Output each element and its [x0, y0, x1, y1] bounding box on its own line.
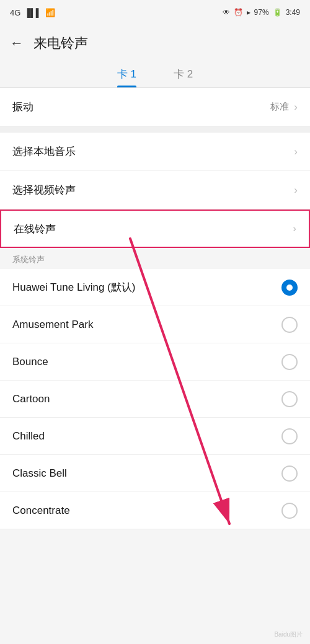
battery-level: 97% [254, 8, 269, 17]
main-content: 振动 标准 › 选择本地音乐 › 选择视频铃声 › 在线铃声 › 系统铃声 Hu… [0, 88, 310, 529]
tab-card1[interactable]: 卡 1 [117, 67, 136, 87]
page-title: 来电铃声 [33, 34, 88, 53]
vibration-row[interactable]: 振动 标准 › [0, 88, 310, 126]
ringtone-label: Huawei Tune Living (默认) [12, 280, 135, 294]
video-ringtone-row[interactable]: 选择视频铃声 › [0, 171, 310, 210]
back-button[interactable]: ← [10, 35, 24, 51]
divider-1 [0, 126, 310, 133]
radio-button[interactable] [281, 465, 298, 482]
chevron-icon: › [294, 146, 298, 158]
radio-button[interactable] [281, 354, 298, 370]
ringtone-label: Chilled [12, 430, 45, 443]
ringtone-row[interactable]: Huawei Tune Living (默认) [0, 269, 310, 306]
system-ringtone-section-header: 系统铃声 [0, 248, 310, 269]
radio-button[interactable] [281, 317, 298, 333]
watermark: Baidu图片 [274, 630, 303, 639]
vibration-label: 振动 [12, 100, 33, 114]
clock: 3:49 [286, 8, 300, 17]
vibration-value: 标准 › [270, 101, 298, 113]
chevron-icon: › [293, 223, 296, 235]
ringtone-row[interactable]: Chilled [0, 418, 310, 455]
ringtone-row[interactable]: Concentrate [0, 492, 310, 529]
ringtone-row[interactable]: Amusement Park [0, 306, 310, 343]
ringtone-label: Classic Bell [12, 467, 67, 480]
radio-button[interactable] [281, 391, 298, 407]
local-music-row[interactable]: 选择本地音乐 › [0, 133, 310, 171]
online-ringtone-row[interactable]: 在线铃声 › [0, 210, 310, 248]
radio-button-selected[interactable] [281, 280, 298, 296]
carrier-label: 4G [10, 8, 20, 17]
tab-bar: 卡 1 卡 2 [0, 62, 310, 88]
status-left: 4G ▐▌▌ 📶 [10, 8, 55, 17]
online-ringtone-label: 在线铃声 [14, 222, 56, 236]
ringtone-label: Cartoon [12, 393, 50, 405]
radio-button[interactable] [281, 428, 298, 444]
radio-button[interactable] [281, 503, 298, 519]
ringtone-label: Amusement Park [12, 319, 93, 331]
status-right: 👁 ⏰ ▸ 97% 🔋 3:49 [223, 8, 300, 17]
ringtone-label: Concentrate [12, 505, 70, 517]
tab-card2[interactable]: 卡 2 [174, 67, 193, 87]
ringtone-row[interactable]: Bounce [0, 343, 310, 381]
local-music-label: 选择本地音乐 [12, 144, 76, 159]
ringtone-row[interactable]: Classic Bell [0, 455, 310, 492]
wifi-icon: 📶 [45, 8, 55, 17]
signal-bars: ▐▌▌ [24, 8, 42, 17]
battery-icon: 🔋 [273, 8, 282, 17]
page-header: ← 来电铃声 [0, 25, 310, 62]
ringtone-label: Bounce [12, 356, 48, 368]
ringtone-row[interactable]: Cartoon [0, 381, 310, 418]
eye-icon: 👁 [223, 8, 230, 17]
chevron-icon: › [294, 184, 298, 196]
chevron-icon: › [294, 101, 298, 113]
alarm-icon: ⏰ [234, 8, 243, 17]
status-bar: 4G ▐▌▌ 📶 👁 ⏰ ▸ 97% 🔋 3:49 [0, 0, 310, 25]
video-ringtone-label: 选择视频铃声 [12, 183, 76, 197]
bluetooth-icon: ▸ [247, 8, 250, 17]
